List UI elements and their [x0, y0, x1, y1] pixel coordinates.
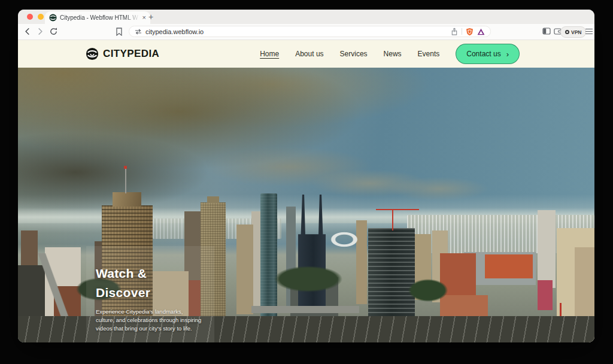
- sidebar-icon[interactable]: [542, 28, 551, 35]
- nav-news[interactable]: News: [384, 50, 402, 58]
- brave-rewards-icon[interactable]: [477, 28, 485, 35]
- tab-title: Citypedia - Webflow HTML W: [60, 14, 139, 21]
- nav-about-us[interactable]: About us: [295, 50, 323, 58]
- urlbar-divider: [462, 28, 462, 35]
- tab-favicon: [49, 14, 57, 22]
- tab-close-icon[interactable]: ×: [142, 14, 146, 21]
- site-logo[interactable]: CITYPEDIA: [86, 47, 159, 60]
- hero-title: Watch & Discover: [96, 264, 219, 302]
- hero-copy: Watch & Discover Experience Citypedia's …: [96, 264, 219, 333]
- browser-toolbar: citypedia.webflow.io VP: [18, 24, 594, 40]
- brave-shields-icon[interactable]: [466, 28, 474, 36]
- site-header: CITYPEDIA Home About us Services News Ev…: [18, 40, 594, 68]
- nav-services[interactable]: Services: [340, 50, 368, 58]
- vpn-button[interactable]: VPN: [560, 26, 586, 38]
- contact-us-button[interactable]: Contact us ›: [456, 44, 520, 64]
- url-bar[interactable]: citypedia.webflow.io: [129, 26, 491, 37]
- chevron-right-icon: ›: [506, 50, 509, 59]
- citypedia-globe-icon: [86, 47, 99, 60]
- new-tab-button[interactable]: +: [148, 12, 153, 22]
- hero-video: Watch & Discover Experience Citypedia's …: [18, 68, 594, 342]
- site-settings-icon[interactable]: [135, 29, 142, 35]
- menu-icon[interactable]: [585, 29, 593, 36]
- nav-home[interactable]: Home: [260, 50, 279, 58]
- contact-us-label: Contact us: [466, 50, 500, 58]
- reload-icon[interactable]: [49, 27, 58, 36]
- close-window-button[interactable]: [27, 14, 33, 20]
- hero-title-line1: Watch &: [96, 264, 219, 283]
- bookmark-icon[interactable]: [116, 28, 123, 36]
- hero-title-line2: Discover: [96, 283, 219, 302]
- vpn-label: VPN: [571, 29, 581, 35]
- back-icon[interactable]: [23, 27, 32, 36]
- site-logo-text: CITYPEDIA: [103, 48, 159, 60]
- forward-icon[interactable]: [36, 27, 44, 36]
- browser-tab[interactable]: Citypedia - Webflow HTML W ×: [45, 11, 150, 24]
- main-nav: Home About us Services News Events: [260, 50, 439, 58]
- share-icon[interactable]: [451, 28, 458, 35]
- tab-bar: Citypedia - Webflow HTML W × +: [18, 10, 594, 24]
- browser-window: Citypedia - Webflow HTML W × + citypedia…: [18, 10, 594, 342]
- url-text: citypedia.webflow.io: [145, 28, 204, 35]
- nav-events[interactable]: Events: [418, 50, 440, 58]
- vpn-icon: [565, 30, 569, 34]
- hero-description: Experience Citypedia's landmarks, cultur…: [96, 308, 202, 333]
- minimize-window-button[interactable]: [38, 14, 44, 20]
